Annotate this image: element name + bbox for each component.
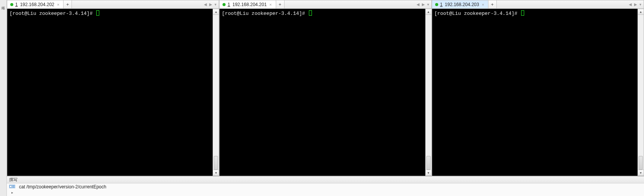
tab-index: 1: [440, 2, 443, 7]
tab-nav: ◀ ▶ ▾: [203, 0, 219, 8]
tab-title: 192.168.204.203: [445, 2, 479, 7]
status-dot-icon: [435, 3, 438, 6]
terminal-pane: 1 192.168.204.203 × + ◀ ▶ ▾ [root@Liu zo…: [432, 0, 644, 176]
new-tab-button[interactable]: +: [276, 0, 285, 8]
compose-panel: 撰写 ▸ cat /tmp/zookeeper/version-2/curren…: [7, 176, 644, 196]
close-tab-icon[interactable]: ×: [269, 2, 272, 7]
new-tab-button[interactable]: +: [64, 0, 72, 8]
scroll-thumb[interactable]: [426, 156, 431, 170]
tab-bar: 1 192.168.204.201 × + ◀ ▶ ▾: [219, 0, 431, 9]
scroll-up-icon[interactable]: ▲: [426, 9, 431, 15]
shell-prompt: [root@Liu zookeeper-3.4.14]#: [222, 11, 308, 16]
tab-next-icon[interactable]: ▶: [421, 2, 426, 6]
session-tab[interactable]: 1 192.168.204.202 ×: [7, 0, 64, 8]
status-dot-icon: [10, 3, 13, 6]
scroll-down-icon[interactable]: ▼: [638, 170, 644, 176]
tab-next-icon[interactable]: ▶: [208, 2, 213, 6]
tab-nav: ◀ ▶ ▾: [416, 0, 431, 8]
terminal-output[interactable]: [root@Liu zookeeper-3.4.14]#: [7, 9, 213, 176]
terminal-output[interactable]: [root@Liu zookeeper-3.4.14]#: [219, 9, 425, 176]
shell-prompt: [root@Liu zookeeper-3.4.14]#: [10, 11, 95, 16]
expand-icon[interactable]: ▸: [11, 191, 13, 194]
terminal-pane: 1 192.168.204.201 × + ◀ ▶ ▾ [root@Liu zo…: [219, 0, 431, 176]
vertical-scrollbar[interactable]: ▲ ▼: [213, 9, 219, 176]
tab-menu-icon[interactable]: ▾: [214, 2, 217, 6]
new-tab-button[interactable]: +: [488, 0, 497, 8]
compose-input[interactable]: cat /tmp/zookeeper/version-2/currentEpoc…: [17, 183, 644, 190]
cursor-icon: [309, 10, 312, 16]
session-tab[interactable]: 1 192.168.204.201 ×: [219, 0, 276, 8]
scroll-thumb[interactable]: [639, 156, 643, 170]
scroll-thumb[interactable]: [214, 156, 218, 170]
tab-next-icon[interactable]: ▶: [633, 2, 638, 6]
status-dot-icon: [223, 3, 226, 6]
terminal-panes: 1 192.168.204.202 × + ◀ ▶ ▾ [root@Liu zo…: [7, 0, 644, 176]
tab-prev-icon[interactable]: ◀: [628, 2, 633, 6]
scroll-track[interactable]: [638, 15, 644, 170]
vertical-scrollbar[interactable]: ▲ ▼: [638, 9, 644, 176]
tab-title: 192.168.204.202: [20, 2, 54, 7]
tab-prev-icon[interactable]: ◀: [416, 2, 420, 6]
tab-prev-icon[interactable]: ◀: [203, 2, 208, 6]
tab-index: 1: [227, 2, 231, 7]
cursor-icon: [96, 10, 99, 16]
compose-mode-icon[interactable]: [9, 184, 15, 190]
scroll-track[interactable]: [426, 15, 431, 170]
scroll-up-icon[interactable]: ▲: [213, 9, 219, 15]
close-tab-icon[interactable]: ×: [481, 2, 485, 7]
svg-rect-1: [10, 186, 12, 188]
tab-index: 1: [15, 2, 18, 7]
shell-prompt: [root@Liu zookeeper-3.4.14]#: [434, 11, 520, 16]
compose-header[interactable]: 撰写: [7, 177, 644, 183]
cursor-icon: [521, 10, 524, 16]
scroll-down-icon[interactable]: ▼: [426, 170, 431, 176]
terminal-output[interactable]: [root@Liu zookeeper-3.4.14]#: [432, 9, 638, 176]
terminal-pane: 1 192.168.204.202 × + ◀ ▶ ▾ [root@Liu zo…: [7, 0, 219, 176]
svg-rect-2: [12, 186, 14, 186]
session-tab[interactable]: 1 192.168.204.203 ×: [432, 0, 488, 8]
svg-rect-3: [12, 187, 14, 188]
tab-bar: 1 192.168.204.202 × + ◀ ▶ ▾: [7, 0, 219, 9]
scroll-down-icon[interactable]: ▼: [213, 170, 219, 176]
scroll-up-icon[interactable]: ▲: [638, 9, 644, 15]
close-tab-icon[interactable]: ×: [56, 2, 60, 7]
tab-nav: ◀ ▶ ▾: [628, 0, 644, 8]
left-gutter: 终端: [0, 0, 7, 196]
vertical-scrollbar[interactable]: ▲ ▼: [425, 9, 431, 176]
tab-menu-icon[interactable]: ▾: [426, 2, 430, 6]
tab-menu-icon[interactable]: ▾: [639, 2, 642, 6]
tab-bar: 1 192.168.204.203 × + ◀ ▶ ▾: [432, 0, 644, 9]
scroll-track[interactable]: [213, 15, 219, 170]
tab-title: 192.168.204.201: [232, 2, 267, 7]
